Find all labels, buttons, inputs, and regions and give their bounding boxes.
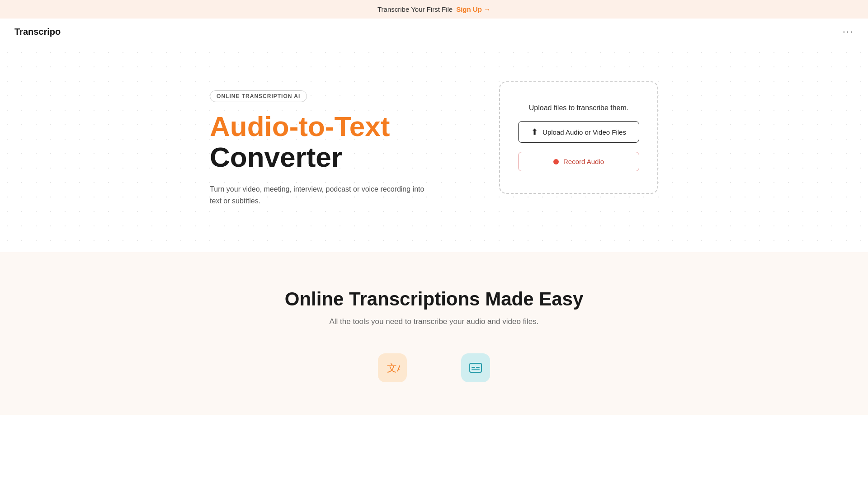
signup-link[interactable]: Sign Up → [456, 5, 491, 13]
hero-badge: ONLINE TRANSCRIPTION AI [210, 90, 307, 102]
top-banner: Transcribe Your First File Sign Up → [0, 0, 868, 19]
upload-card-title: Upload files to transcribe them. [529, 104, 629, 112]
record-button[interactable]: Record Audio [518, 152, 639, 171]
svg-rect-2 [472, 367, 475, 368]
navbar: Transcripo ··· [0, 19, 868, 45]
svg-rect-4 [472, 369, 480, 370]
transcription-icon: 文A [378, 353, 407, 382]
banner-text: Transcribe Your First File [377, 5, 453, 13]
bottom-title: Online Transcriptions Made Easy [18, 288, 850, 310]
feature-subtitles [461, 353, 490, 388]
upload-icon: ⬆ [531, 127, 538, 137]
subtitles-icon [461, 353, 490, 382]
svg-rect-3 [476, 367, 480, 368]
bottom-subtitle: All the tools you need to transcribe you… [18, 317, 850, 326]
hero-description: Turn your video, meeting, interview, pod… [210, 183, 427, 206]
feature-transcription: 文A [378, 353, 407, 388]
upload-card: Upload files to transcribe them. ⬆ Uploa… [499, 81, 658, 194]
upload-button-label: Upload Audio or Video Files [542, 128, 626, 136]
upload-button[interactable]: ⬆ Upload Audio or Video Files [518, 121, 639, 143]
bottom-section: Online Transcriptions Made Easy All the … [0, 252, 868, 415]
svg-text:文A: 文A [387, 362, 400, 374]
hero-left: ONLINE TRANSCRIPTION AI Audio-to-Text Co… [210, 81, 427, 207]
hero-section: ONLINE TRANSCRIPTION AI Audio-to-Text Co… [0, 45, 868, 252]
record-dot-icon [553, 159, 559, 164]
features-row: 文A [18, 353, 850, 388]
record-button-label: Record Audio [563, 158, 604, 165]
hero-title-black: Converter [210, 142, 427, 173]
logo: Transcripo [14, 27, 61, 37]
menu-button[interactable]: ··· [843, 26, 854, 38]
hero-title-orange: Audio-to-Text [210, 111, 427, 142]
svg-rect-1 [470, 363, 481, 372]
